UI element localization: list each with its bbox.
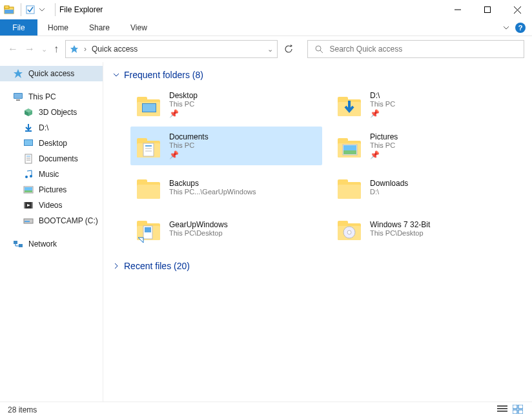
close-button[interactable]: [502, 0, 532, 19]
dropdown-icon[interactable]: [38, 5, 48, 15]
view-tab[interactable]: View: [120, 19, 158, 36]
up-button[interactable]: ↑: [54, 43, 59, 55]
folder-tile[interactable]: DocumentsThis PC📌: [130, 127, 322, 165]
folder-tile[interactable]: BackupsThis PC...\GearUpWindows: [130, 168, 322, 207]
sidebar-item-3d-objects[interactable]: 3D Objects: [0, 105, 103, 120]
details-view-button[interactable]: [497, 405, 509, 415]
svg-rect-81: [513, 410, 517, 414]
svg-marker-8: [70, 45, 78, 53]
folder-location: This PC: [370, 100, 395, 108]
sidebar-label: Desktop: [39, 139, 67, 148]
refresh-button[interactable]: [284, 45, 301, 54]
folder-name: Desktop: [169, 91, 198, 100]
video-icon: [23, 200, 34, 210]
svg-rect-21: [25, 154, 32, 163]
svg-rect-61: [137, 185, 160, 199]
address-bar[interactable]: › Quick access ⌄: [65, 40, 278, 58]
ribbon-tabs: File Home Share View ?: [0, 19, 532, 36]
folder-name: Windows 7 32-Bit: [370, 220, 430, 229]
svg-point-26: [30, 175, 32, 178]
sidebar-label: Documents: [39, 154, 78, 163]
minimize-button[interactable]: [443, 0, 473, 19]
sidebar-item-d-drive[interactable]: D:\: [0, 120, 103, 136]
sidebar-item-pictures[interactable]: Pictures: [0, 182, 103, 198]
svg-rect-69: [145, 227, 151, 232]
sidebar-item-music[interactable]: Music: [0, 167, 103, 182]
help-icon[interactable]: ?: [515, 23, 526, 33]
pin-icon: 📌: [169, 150, 209, 159]
maximize-button[interactable]: [473, 0, 502, 19]
cube-icon: [23, 107, 34, 117]
drive-icon: [23, 216, 34, 226]
thumbnails-view-button[interactable]: [513, 405, 524, 415]
title-bar: File Explorer: [0, 0, 532, 19]
explorer-icon: [4, 5, 14, 15]
svg-rect-28: [25, 187, 32, 190]
svg-rect-35: [25, 221, 30, 222]
folder-tile[interactable]: DownloadsD:\: [331, 168, 523, 207]
quick-access-star-icon: [70, 45, 79, 54]
music-icon: [23, 169, 34, 179]
folder-location: This PC\Desktop: [370, 229, 430, 237]
back-button[interactable]: ←: [8, 43, 18, 55]
file-tab[interactable]: File: [0, 19, 37, 36]
folder-tile[interactable]: PicturesThis PC📌: [331, 127, 523, 165]
folder-name: Pictures: [370, 132, 398, 141]
svg-rect-13: [14, 94, 22, 98]
monitor-icon: [13, 92, 23, 102]
search-input[interactable]: [330, 45, 518, 54]
folder-name: Downloads: [370, 179, 408, 188]
breadcrumb-separator: ›: [84, 45, 87, 54]
sidebar-item-documents[interactable]: Documents: [0, 151, 103, 167]
item-count: 28 items: [8, 405, 37, 414]
home-tab[interactable]: Home: [37, 19, 79, 36]
ribbon-chevron-icon[interactable]: [502, 24, 510, 32]
recent-locations-button[interactable]: ⌄: [41, 45, 47, 54]
desktop-icon: [23, 138, 34, 148]
folder-location: This PC: [169, 141, 209, 149]
folder-name: Documents: [169, 132, 209, 141]
svg-rect-36: [14, 241, 17, 244]
svg-rect-66: [137, 221, 147, 226]
sidebar-label: This PC: [28, 92, 56, 101]
svg-rect-77: [497, 408, 507, 409]
folder-icon: [134, 173, 163, 201]
sidebar-item-bootcamp[interactable]: BOOTCAMP (C:): [0, 213, 103, 229]
forward-button[interactable]: →: [25, 43, 35, 55]
sidebar-this-pc[interactable]: This PC: [0, 89, 103, 105]
quick-access-star-icon: [13, 68, 23, 79]
sidebar-item-videos[interactable]: Videos: [0, 198, 103, 213]
svg-rect-3: [26, 6, 34, 14]
sidebar-item-desktop[interactable]: Desktop: [0, 136, 103, 151]
svg-rect-58: [343, 150, 356, 154]
svg-rect-44: [338, 97, 348, 102]
checkbox-icon[interactable]: [25, 5, 36, 15]
folder-tile[interactable]: D:\This PC📌: [331, 85, 523, 124]
folder-icon: [134, 214, 163, 243]
folder-tile[interactable]: GearUpWindowsThis PC\Desktop: [130, 209, 322, 248]
pin-icon: 📌: [370, 109, 395, 118]
section-title: Frequent folders (8): [124, 70, 203, 80]
frequent-folders-header[interactable]: Frequent folders (8): [112, 67, 523, 83]
svg-rect-14: [16, 99, 20, 101]
svg-rect-54: [338, 138, 348, 143]
address-dropdown-icon[interactable]: ⌄: [267, 45, 273, 54]
folder-tile[interactable]: Windows 7 32-BitThis PC\Desktop: [331, 209, 523, 248]
folder-location: This PC: [169, 100, 198, 108]
sidebar-network[interactable]: Network: [0, 236, 103, 252]
svg-rect-72: [338, 221, 348, 226]
section-title: Recent files (20): [124, 261, 190, 271]
recent-files-header[interactable]: Recent files (20): [112, 258, 523, 274]
sidebar-label: Videos: [39, 201, 62, 210]
search-box[interactable]: [307, 40, 525, 58]
folder-icon: [134, 132, 163, 160]
share-tab[interactable]: Share: [79, 19, 120, 36]
download-arrow-icon: [23, 123, 34, 133]
sidebar-label: Music: [39, 170, 59, 179]
svg-rect-79: [513, 405, 517, 409]
sidebar-label: Quick access: [28, 69, 74, 78]
sidebar-quick-access[interactable]: Quick access: [0, 66, 103, 81]
status-bar: 28 items: [0, 402, 532, 417]
folder-tile[interactable]: DesktopThis PC📌: [130, 85, 322, 124]
network-icon: [13, 239, 23, 249]
